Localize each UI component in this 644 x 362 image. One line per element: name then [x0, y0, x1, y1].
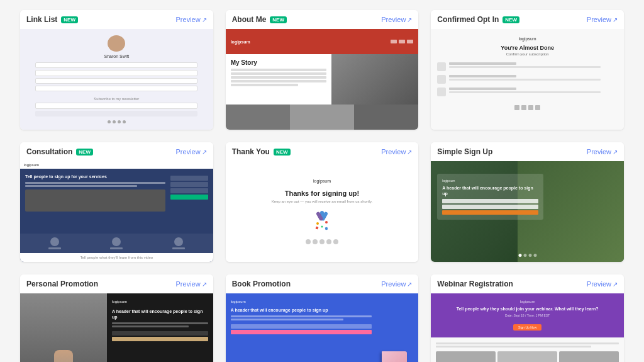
ssu-dot-2 — [523, 254, 526, 257]
preview-link-about-me[interactable]: Preview — [381, 16, 412, 23]
svg-point-4 — [325, 221, 328, 223]
am-image-col — [331, 54, 418, 105]
title-group-confirmed-opt-in: Confirmed Opt In NEW — [437, 15, 519, 24]
preview-webinar-registration: logipsum Tell people why they should joi… — [431, 293, 624, 362]
coi-step-3 — [437, 88, 618, 96]
card-header-confirmed-opt-in: Confirmed Opt In NEW Preview — [431, 10, 624, 29]
ssu-dot-1 — [518, 254, 521, 257]
con-benefits — [20, 234, 213, 253]
new-badge-confirmed-opt-in: NEW — [502, 16, 519, 23]
title-group-link-list: Link List NEW — [26, 15, 78, 24]
coi-social-icons — [514, 105, 540, 110]
am-nav-2 — [399, 40, 405, 43]
ty-confetti-icon — [313, 211, 331, 233]
svg-point-3 — [316, 222, 319, 225]
am-story-title: My Story — [231, 59, 327, 66]
ty-preview-content: logipsum Thanks for signing up! Keep an … — [226, 161, 419, 262]
new-badge-consultation: NEW — [76, 149, 93, 156]
pp-submit-btn — [112, 337, 208, 341]
coi-social-icon-2 — [521, 105, 526, 110]
wr-intro-line-1 — [436, 342, 619, 344]
con-input-2 — [170, 182, 208, 187]
card-header-personal-promotion: Personal Promotion Preview — [20, 274, 213, 293]
pp-figure — [54, 350, 73, 362]
title-group-webinar-registration: Webinar Registration — [437, 280, 513, 288]
con-benefit-icon-3 — [174, 237, 183, 246]
wr-images — [436, 351, 619, 362]
card-header-webinar-registration: Webinar Registration Preview — [431, 274, 624, 293]
pp-image — [20, 293, 107, 362]
am-bottom-img-3 — [354, 105, 418, 130]
con-left: Tell people to sign up for your services — [25, 174, 165, 229]
am-text-line-4 — [231, 80, 327, 82]
con-benefit-1 — [48, 237, 61, 249]
wr-preview-content: logipsum Tell people why they should joi… — [431, 293, 624, 362]
preview-link-thank-you[interactable]: Preview — [381, 148, 412, 156]
card-header-book-promotion: Book Promotion Preview — [226, 274, 419, 293]
bp-headline: A header that will encourage people to s… — [231, 307, 372, 313]
card-header-simple-sign-up: Simple Sign Up Preview — [431, 142, 624, 161]
preview-link-webinar-registration[interactable]: Preview — [587, 280, 618, 288]
ll-btn-4 — [35, 86, 197, 91]
svg-rect-6 — [315, 226, 318, 229]
bp-preview-content: logipsum A header that will encourage pe… — [226, 293, 419, 362]
coi-logo: logipsum — [519, 37, 536, 41]
card-title-book-promotion: Book Promotion — [232, 280, 291, 288]
wr-logo: logipsum — [437, 300, 618, 303]
preview-link-book-promotion[interactable]: Preview — [381, 280, 412, 288]
coi-step-desc-1 — [449, 66, 601, 68]
ssu-input-1 — [442, 199, 538, 203]
coi-step-desc-2 — [449, 79, 601, 81]
bp-book-cover-container — [382, 351, 413, 362]
title-group-consultation: Consultation NEW — [26, 147, 93, 156]
coi-social-icon-1 — [514, 105, 519, 110]
con-benefit-icon-2 — [112, 237, 121, 246]
ll-btn-2 — [35, 70, 197, 76]
preview-about-me: logipsum My Story — [226, 29, 419, 130]
card-thank-you: Thank You NEW Preview logipsum Thanks fo… — [226, 142, 419, 262]
con-desc-2 — [25, 185, 137, 187]
title-group-simple-sign-up: Simple Sign Up — [437, 147, 492, 156]
card-book-promotion: Book Promotion Preview logipsum A header… — [226, 274, 419, 362]
preview-link-consultation[interactable]: Preview — [176, 148, 207, 156]
ll-social-icons — [108, 120, 126, 123]
con-input-3 — [170, 188, 208, 193]
pp-logo: logipsum — [112, 300, 208, 303]
coi-step-icon-2 — [437, 75, 446, 84]
svg-rect-7 — [325, 227, 328, 230]
preview-book-promotion: logipsum A header that will encourage pe… — [226, 293, 419, 362]
preview-link-personal-promotion[interactable]: Preview — [176, 280, 207, 288]
am-bottom-img-2 — [290, 105, 354, 130]
preview-link-link-list[interactable]: Preview — [176, 16, 207, 23]
title-group-personal-promotion: Personal Promotion — [26, 280, 98, 288]
preview-link-simple-sign-up[interactable]: Preview — [587, 148, 618, 156]
coi-step-text-3 — [449, 88, 618, 93]
ssu-submit-btn — [442, 210, 538, 215]
con-preview-content: logipsum Tell people to sign up for your… — [20, 161, 213, 262]
ll-social-icon-3 — [118, 120, 121, 123]
con-headline: Tell people to sign up for your services — [25, 174, 165, 179]
coi-subtitle: Confirm your subscription — [506, 52, 549, 56]
ll-submit-btn — [35, 111, 197, 116]
con-video — [25, 189, 165, 212]
coi-step-1 — [437, 62, 618, 71]
am-bottom-img-1 — [226, 105, 290, 130]
pp-headline: A header that will encourage people to s… — [112, 308, 208, 320]
am-text-line-5 — [231, 84, 298, 86]
am-text-line-3 — [231, 76, 327, 79]
preview-link-confirmed-opt-in[interactable]: Preview — [587, 16, 618, 23]
preview-confirmed-opt-in: logipsum You're Almost Done Confirm your… — [431, 29, 624, 130]
coi-step-2 — [437, 75, 618, 84]
con-benefit-2 — [110, 237, 123, 249]
ssu-logo: logipsum — [442, 179, 538, 183]
coi-preview-content: logipsum You're Almost Done Confirm your… — [431, 29, 624, 130]
wr-img-2 — [497, 351, 557, 362]
svg-point-5 — [321, 226, 323, 228]
wr-signup-btn[interactable]: Sign Up Now — [513, 324, 541, 331]
bp-submit-btn — [231, 330, 372, 334]
pp-line-2 — [112, 325, 189, 327]
coi-step-desc-3 — [449, 91, 601, 93]
am-img-placeholder — [331, 54, 418, 105]
title-group-thank-you: Thank You NEW — [232, 147, 291, 156]
coi-step-text-1 — [449, 62, 618, 68]
